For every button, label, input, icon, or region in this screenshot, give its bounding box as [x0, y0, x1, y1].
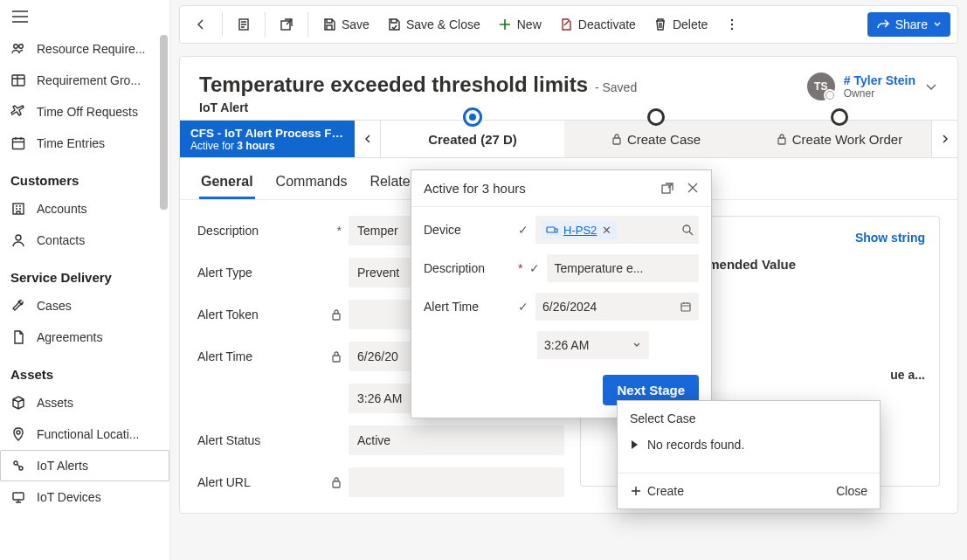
avatar: TS: [807, 73, 835, 100]
svg-rect-17: [333, 314, 340, 320]
hamburger-button[interactable]: [0, 0, 169, 33]
device-icon: [10, 489, 26, 505]
svg-point-5: [16, 235, 21, 240]
nav-label: Functional Locati...: [37, 427, 159, 441]
lock-icon: [331, 350, 342, 363]
svg-rect-3: [13, 139, 24, 149]
device-icon: [546, 224, 558, 236]
nav-time-off[interactable]: Time Off Requests: [0, 96, 169, 128]
lock-icon: [331, 308, 342, 321]
nav-accounts[interactable]: Accounts: [0, 193, 169, 225]
owner-control[interactable]: TS # Tyler Stein Owner: [807, 73, 938, 100]
tab-general[interactable]: General: [199, 167, 255, 199]
stage-circle-icon: [463, 107, 482, 127]
bpf-next[interactable]: [931, 121, 957, 157]
tab-commands[interactable]: Commands: [274, 167, 349, 199]
field-label: Description: [197, 224, 259, 238]
close-icon[interactable]: [687, 182, 699, 196]
back-button[interactable]: [187, 12, 215, 37]
open-new-window-button[interactable]: [273, 12, 300, 37]
popup-close-label: Close: [836, 484, 867, 498]
chevron-down-icon[interactable]: [632, 340, 642, 350]
popup-empty: No records found.: [647, 438, 744, 452]
record-entity: IoT Alert: [199, 100, 637, 114]
fly-date-value: 6/26/2024: [542, 300, 597, 314]
lock-icon: [611, 133, 622, 145]
device-chip-label: H-PS2: [563, 224, 597, 237]
field-alert-url: Alert URL: [197, 467, 564, 497]
section-assets: Assets: [0, 353, 169, 387]
form-selector-button[interactable]: [230, 12, 258, 37]
save-button[interactable]: Save: [315, 12, 376, 37]
svg-rect-20: [662, 185, 670, 193]
fly-label: Description: [424, 261, 511, 275]
nav-iot-devices[interactable]: IoT Devices: [0, 481, 169, 513]
search-icon[interactable]: [681, 224, 694, 236]
share-button[interactable]: Share: [867, 12, 950, 37]
stage-circle-icon: [647, 108, 665, 126]
alert-status-input[interactable]: Active: [349, 425, 564, 455]
save-label: Save: [342, 17, 370, 31]
stage-flyout: Active for 3 hours Device ✓ H-PS2 ✕ Desc…: [411, 169, 712, 418]
nav-iot-alerts[interactable]: IoT Alerts: [0, 450, 169, 481]
share-label: Share: [895, 17, 928, 31]
popout-icon[interactable]: [660, 182, 674, 196]
bpf-stage-create-wo[interactable]: Create Work Order: [748, 121, 931, 157]
save-close-label: Save & Close: [406, 17, 480, 31]
owner-name: # Tyler Stein: [844, 73, 915, 87]
delete-button[interactable]: Delete: [646, 12, 715, 37]
nav-time-entries[interactable]: Time Entries: [0, 128, 169, 159]
flyout-title: Active for 3 hours: [424, 181, 526, 196]
svg-rect-9: [13, 493, 24, 500]
person-icon: [10, 232, 26, 248]
bpf-active: Active for 3 hours: [190, 140, 344, 152]
fly-time-input[interactable]: 3:26 AM: [537, 331, 649, 359]
show-string-link[interactable]: Show string: [855, 231, 925, 245]
new-label: New: [517, 17, 542, 31]
nav-contacts[interactable]: Contacts: [0, 225, 169, 256]
lock-icon: [331, 476, 342, 488]
bpf-stage-create-case[interactable]: Create Case: [564, 121, 748, 157]
lock-icon: [777, 133, 787, 145]
nav-resource-requirements[interactable]: Resource Require...: [0, 33, 169, 65]
wrench-icon: [10, 298, 26, 314]
nav-agreements[interactable]: Agreements: [0, 321, 169, 353]
nav-functional-locations[interactable]: Functional Locati...: [0, 418, 169, 450]
nav-requirement-groups[interactable]: Requirement Gro...: [0, 65, 169, 96]
stage-label: Create Work Order: [792, 132, 902, 147]
remove-device-icon[interactable]: ✕: [602, 224, 611, 237]
device-chip[interactable]: H-PS2 ✕: [541, 221, 617, 239]
bpf-stage-created[interactable]: Created (27 D): [381, 121, 564, 157]
cube-icon: [10, 395, 26, 411]
save-close-button[interactable]: Save & Close: [380, 12, 487, 37]
nav-label: Contacts: [37, 233, 159, 247]
required-icon: *: [337, 224, 342, 238]
nav-assets[interactable]: Assets: [0, 387, 169, 418]
ai-row-c: ue a...: [890, 368, 925, 382]
popup-create-button[interactable]: Create: [630, 484, 684, 498]
popup-close-button[interactable]: Close: [836, 484, 867, 498]
svg-rect-15: [613, 138, 620, 144]
svg-rect-18: [333, 356, 340, 362]
svg-rect-19: [333, 481, 340, 487]
calendar-icon[interactable]: [680, 301, 692, 313]
fly-date-input[interactable]: 6/26/2024: [535, 293, 699, 321]
svg-point-14: [731, 28, 733, 30]
bpf-name[interactable]: CFS - IoT Alert Process Fl... Active for…: [180, 121, 355, 157]
deactivate-button[interactable]: Deactivate: [552, 12, 643, 37]
alert-url-input[interactable]: [349, 467, 564, 497]
grid-icon: [10, 73, 26, 88]
device-lookup[interactable]: H-PS2 ✕: [535, 216, 699, 244]
sidebar-scrollbar[interactable]: [158, 0, 170, 560]
nav-cases[interactable]: Cases: [0, 290, 169, 321]
new-button[interactable]: New: [491, 12, 549, 37]
overflow-button[interactable]: [718, 12, 746, 37]
svg-point-1: [19, 45, 24, 49]
section-service: Service Delivery: [0, 256, 169, 290]
fly-description-input[interactable]: Temperature e...: [547, 254, 699, 282]
svg-point-22: [683, 225, 690, 232]
required-icon: *: [518, 261, 522, 275]
field-label: Alert Type: [197, 266, 252, 280]
iot-alert-icon: [10, 458, 26, 474]
bpf-prev[interactable]: [355, 121, 381, 157]
